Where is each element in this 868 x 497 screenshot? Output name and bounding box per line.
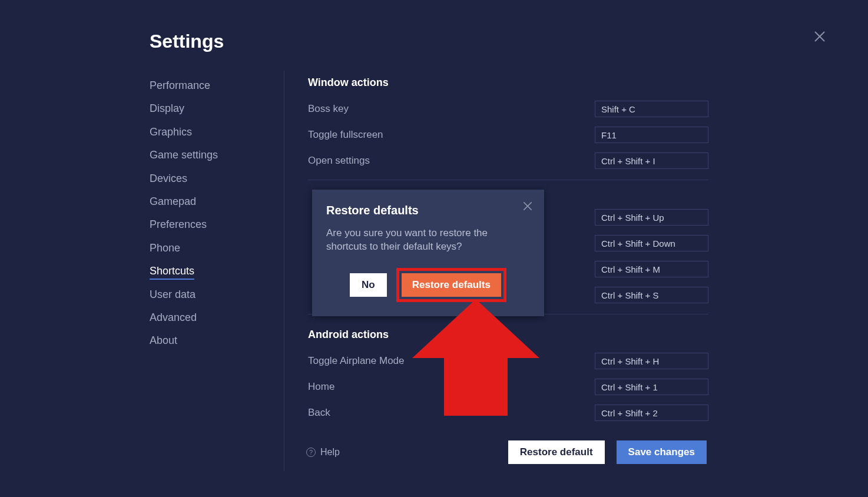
shortcut-row: Toggle fullscreen F11 — [308, 127, 708, 143]
restore-defaults-dialog: Restore defaults Are you sure you want t… — [312, 190, 544, 316]
footer: ? Help Restore default Save changes — [306, 440, 707, 464]
shortcut-key-input[interactable]: Ctrl + Shift + S — [595, 287, 708, 303]
sidebar-item-label: Shortcuts — [150, 265, 194, 280]
sidebar-item-label: Display — [150, 102, 184, 114]
section-title-android: Android actions — [308, 329, 708, 341]
sidebar-item-user-data[interactable]: User data — [150, 283, 267, 306]
shortcut-key-input[interactable]: Shift + C — [595, 101, 708, 117]
sidebar-item-about[interactable]: About — [150, 329, 267, 352]
shortcut-label: Toggle fullscreen — [308, 129, 383, 141]
section-title-window: Window actions — [308, 77, 708, 89]
vertical-divider — [284, 71, 284, 471]
annotation-highlight: Restore defaults — [396, 268, 506, 302]
no-button[interactable]: No — [350, 273, 387, 297]
shortcut-label: Boss key — [308, 103, 349, 115]
dialog-title: Restore defaults — [326, 204, 530, 217]
sidebar-item-display[interactable]: Display — [150, 97, 267, 120]
restore-default-button[interactable]: Restore default — [508, 440, 605, 464]
shortcut-row: Home Ctrl + Shift + 1 — [308, 379, 708, 395]
sidebar-item-shortcuts[interactable]: Shortcuts — [150, 260, 267, 283]
shortcut-key-input[interactable]: Ctrl + Shift + Up — [595, 209, 708, 226]
shortcut-label: Toggle Airplane Mode — [308, 355, 405, 367]
shortcut-key-input[interactable]: Ctrl + Shift + H — [595, 353, 708, 369]
sidebar-item-game-settings[interactable]: Game settings — [150, 144, 267, 167]
sidebar-item-label: Devices — [150, 173, 187, 184]
shortcut-row: Toggle Airplane Mode Ctrl + Shift + H — [308, 353, 708, 369]
sidebar-item-label: About — [150, 334, 177, 346]
sidebar-item-label: Preferences — [150, 218, 207, 230]
close-icon[interactable] — [522, 200, 534, 212]
sidebar: Performance Display Graphics Game settin… — [150, 74, 267, 353]
shortcut-key-input[interactable]: Ctrl + Shift + Down — [595, 235, 708, 251]
help-icon: ? — [306, 448, 316, 457]
shortcut-key-input[interactable]: Ctrl + Shift + I — [595, 153, 708, 169]
sidebar-item-preferences[interactable]: Preferences — [150, 213, 267, 236]
shortcut-label: Home — [308, 381, 334, 393]
page-title: Settings — [150, 31, 224, 52]
close-icon[interactable] — [813, 29, 827, 44]
sidebar-item-graphics[interactable]: Graphics — [150, 121, 267, 144]
help-label: Help — [320, 447, 340, 458]
sidebar-item-advanced[interactable]: Advanced — [150, 306, 267, 329]
shortcut-row: Back Ctrl + Shift + 2 — [308, 405, 708, 421]
restore-defaults-confirm-button[interactable]: Restore defaults — [402, 273, 501, 297]
shortcut-row: Open settings Ctrl + Shift + I — [308, 153, 708, 169]
dialog-buttons: No Restore defaults — [326, 268, 530, 302]
shortcut-row: Boss key Shift + C — [308, 101, 708, 117]
footer-buttons: Restore default Save changes — [508, 440, 707, 464]
save-changes-button[interactable]: Save changes — [617, 440, 707, 464]
shortcut-key-input[interactable]: Ctrl + Shift + 1 — [595, 379, 708, 395]
sidebar-item-label: Game settings — [150, 149, 218, 161]
section-separator — [308, 180, 708, 180]
shortcut-label: Open settings — [308, 155, 370, 167]
sidebar-item-label: Phone — [150, 242, 180, 254]
sidebar-item-label: Gamepad — [150, 196, 196, 207]
shortcut-label: Back — [308, 407, 330, 419]
sidebar-item-label: Graphics — [150, 126, 192, 138]
page-header: Settings — [150, 31, 224, 52]
sidebar-item-performance[interactable]: Performance — [150, 74, 267, 97]
sidebar-item-devices[interactable]: Devices — [150, 167, 267, 190]
sidebar-item-phone[interactable]: Phone — [150, 237, 267, 260]
dialog-text: Are you sure you want to restore the sho… — [326, 227, 530, 254]
sidebar-item-label: Advanced — [150, 312, 197, 323]
sidebar-item-gamepad[interactable]: Gamepad — [150, 190, 267, 213]
help-link[interactable]: ? Help — [306, 447, 340, 458]
shortcut-key-input[interactable]: Ctrl + Shift + M — [595, 261, 708, 277]
shortcut-key-input[interactable]: F11 — [595, 127, 708, 143]
sidebar-item-label: Performance — [150, 79, 210, 91]
shortcut-key-input[interactable]: Ctrl + Shift + 2 — [595, 405, 708, 421]
sidebar-item-label: User data — [150, 289, 196, 300]
